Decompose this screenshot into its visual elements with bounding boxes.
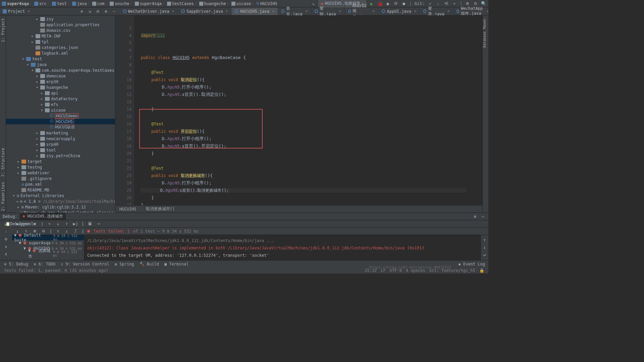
code-area[interactable]: import ... public class HGCUIH5 extends …: [134, 15, 488, 213]
step-over-icon[interactable]: ↷: [47, 221, 52, 227]
tree-item[interactable]: ▶target: [6, 159, 115, 164]
tree-item[interactable]: logback.xml: [6, 50, 115, 56]
tree-item[interactable]: ▶⊞Maven: ch.qos.logback:logback-classic:…: [6, 210, 115, 213]
gear-icon[interactable]: ⚙: [103, 9, 109, 14]
debug-toolbar: 📋 Debugger ▶ Console ≡ | ↷ ↓ ↑ ▶| | 🖩 ⋯: [12, 220, 488, 228]
maven-tab[interactable]: Maven: [483, 17, 486, 30]
check-icon[interactable]: ✓: [3, 229, 9, 234]
stop-icon[interactable]: ◼: [401, 1, 407, 6]
tree-item[interactable]: ▼⊞External Libraries: [6, 193, 115, 198]
tree-item[interactable]: ▶marketing: [6, 130, 115, 136]
close-icon[interactable]: ×: [339, 9, 341, 13]
export-icon[interactable]: ⤴: [73, 229, 78, 234]
vcs-tool[interactable]: ↕ 9: Version Control: [61, 262, 109, 266]
hide-icon[interactable]: —: [111, 9, 117, 14]
filter-icon[interactable]: ⊘: [3, 236, 9, 242]
console-subtab[interactable]: ▶ Console: [23, 221, 29, 227]
close-icon[interactable]: ×: [414, 9, 416, 13]
build-tool[interactable]: 🔨 Build: [140, 262, 159, 266]
lock-icon[interactable]: 🔒: [479, 268, 484, 273]
spring-tool[interactable]: ✿ Spring: [115, 262, 134, 266]
project-tab[interactable]: 1: Project: [1, 17, 5, 44]
tree-item[interactable]: ⓒHGCUIdemo: [6, 113, 115, 119]
tree-item[interactable]: ▶api: [6, 90, 115, 96]
debug-tool[interactable]: ≡ 5: Debug: [4, 262, 28, 266]
eval-icon[interactable]: 🖩: [87, 221, 93, 227]
profile-icon[interactable]: ⟳: [393, 1, 398, 6]
sort2-icon[interactable]: ↕: [3, 251, 9, 256]
test-node[interactable]: ▼ Default Suite9 m 34 s 532 ms: [12, 235, 84, 240]
favorites-tab[interactable]: 2: Favorites: [1, 181, 5, 213]
step-out-icon[interactable]: ↑: [64, 221, 69, 227]
close-icon[interactable]: ×: [306, 9, 308, 13]
sort-icon[interactable]: ↕: [3, 244, 9, 249]
tree-item[interactable]: ▶testng: [6, 164, 115, 170]
coverage-icon[interactable]: ◉: [385, 1, 390, 6]
gear-icon[interactable]: ⚙: [472, 214, 478, 219]
tree-item[interactable]: application.properties: [6, 22, 115, 27]
tree-item[interactable]: ▼uicase: [6, 107, 115, 113]
tree-item[interactable]: ⓒHGCUI砍价: [6, 124, 115, 130]
tree-item[interactable]: ▶zsy: [6, 16, 115, 22]
tree-item[interactable]: ▼huangeche: [6, 84, 115, 90]
tree-item[interactable]: ▼com.souche.super4sqa.testCases: [6, 67, 115, 73]
test-node[interactable]: ▼ 选择城市9 m 34 s 532 ms: [12, 251, 84, 256]
tree-item[interactable]: ▶META-INF: [6, 33, 115, 39]
tree-item[interactable]: categories.json: [6, 45, 115, 50]
database-tab[interactable]: Database: [483, 30, 486, 49]
close-icon[interactable]: ×: [447, 9, 450, 13]
editor[interactable]: 3456789101112131415161718192021222324252…: [115, 15, 488, 213]
close-icon[interactable]: ×: [272, 9, 274, 13]
tree-item[interactable]: ▶⊞< 1.8 > /Library/Java/JavaVirtualMachi…: [6, 198, 115, 204]
debug-panel: Debug: ✱ HGCUIH5.选择城市 ⚙— ▶ ✓ ⊘ ↕ ↕ 📋 Deb…: [0, 213, 488, 265]
tree-item[interactable]: mpom.xml: [6, 181, 115, 187]
debug-session-tab[interactable]: ✱ HGCUIH5.选择城市: [20, 213, 65, 220]
project-tool-button[interactable]: Project▾: [0, 8, 33, 15]
tree-item[interactable]: ▶tpl: [6, 39, 115, 45]
close-icon[interactable]: ×: [372, 9, 375, 13]
tab-wechatdriver[interactable]: WeChatDriver.java×: [119, 8, 178, 15]
tree-item[interactable]: ▶newcarsupply: [6, 136, 115, 141]
thread-icon[interactable]: ≡: [32, 221, 38, 227]
terminal-tool[interactable]: ▣ Terminal: [164, 262, 189, 266]
scroll-up-icon[interactable]: ↑: [482, 237, 487, 242]
locate-icon[interactable]: ⊕: [79, 9, 85, 14]
tree-item[interactable]: ⓒHGCUIH5: [6, 119, 115, 124]
tree-item[interactable]: README.MD: [6, 187, 115, 193]
hide-icon[interactable]: —: [480, 214, 486, 219]
close-icon[interactable]: ×: [172, 9, 174, 13]
tree-item[interactable]: ▶⊞Maven: cglib:cglib:3.2.12: [6, 204, 115, 210]
run-cursor-icon[interactable]: ▶|: [73, 221, 78, 227]
expand-icon[interactable]: ⇲: [87, 9, 93, 14]
structure-tab[interactable]: 7: Structure: [1, 146, 5, 178]
tree-item[interactable]: ▶zsy.petroChina: [6, 153, 115, 159]
tree-item[interactable]: ▶webdriver: [6, 170, 115, 176]
tree-item[interactable]: ▶efs: [6, 102, 115, 107]
tree-item[interactable]: ▼test: [6, 56, 115, 62]
tree-item[interactable]: ▶democase: [6, 73, 115, 79]
wrap-icon[interactable]: ↵: [482, 252, 487, 257]
event-log[interactable]: ◆ Event Log: [459, 262, 485, 266]
tab-appui[interactable]: AppUI.java×: [378, 8, 420, 15]
watermark: https://blog.csdn.net/weixin_40431927: [369, 265, 451, 269]
todo-tool[interactable]: ≡ 6: TODO: [34, 262, 55, 266]
close-icon[interactable]: ×: [487, 9, 489, 13]
close-icon[interactable]: ×: [226, 9, 228, 13]
more-icon[interactable]: ⋯: [96, 221, 101, 227]
tree-item[interactable]: ▶tool: [6, 147, 115, 153]
tree-item[interactable]: ▼java: [6, 62, 115, 67]
project-tree[interactable]: ▶zsyapplication.propertiesdomain.csv▶MET…: [6, 15, 115, 213]
tree-item[interactable]: ▶srp40: [6, 141, 115, 147]
tab-sappdriver[interactable]: SappDriver.java×: [178, 8, 231, 15]
step-into-icon[interactable]: ↓: [55, 221, 61, 227]
collapse-icon[interactable]: ⊟: [95, 9, 101, 14]
tree-item[interactable]: .gitignore: [6, 176, 115, 181]
tab-hgcuih5[interactable]: HGCUIH5.java×: [231, 8, 278, 15]
tree-item[interactable]: ▶dataFactory: [6, 96, 115, 102]
nav-icon[interactable]: ↓: [64, 229, 69, 234]
tree-item[interactable]: ▶erp30: [6, 79, 115, 84]
tree-item[interactable]: domain.csv: [6, 27, 115, 33]
test-node[interactable]: ▼ super4sqa9 m 34 s 532 ms: [12, 240, 84, 246]
scroll-down-icon[interactable]: ↓: [482, 244, 487, 250]
nav-icon[interactable]: ↑: [55, 229, 61, 234]
